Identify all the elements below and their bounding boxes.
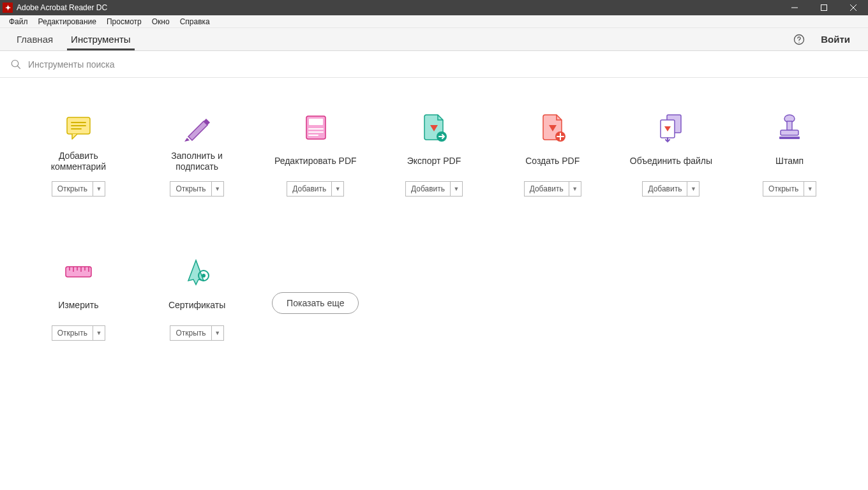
svg-point-2 (799, 41, 800, 42)
svg-rect-0 (821, 5, 827, 11)
menu-file[interactable]: Файл (4, 16, 33, 27)
tool-export-pdf-action[interactable]: Добавить▼ (405, 181, 463, 197)
chevron-down-icon[interactable]: ▼ (451, 182, 462, 196)
signin-button[interactable]: Войти (811, 28, 860, 50)
tool-label: Добавить комментарий (51, 149, 106, 174)
chevron-down-icon[interactable]: ▼ (93, 326, 105, 340)
menu-edit[interactable]: Редактирование (33, 16, 101, 27)
window-maximize-button[interactable] (809, 0, 839, 15)
tool-label: Объединить файлы (630, 149, 712, 174)
tool-certs: Сертификаты Открыть▼ (140, 254, 255, 341)
tool-stamp: Штамп Открыть▼ (732, 110, 847, 197)
menu-help[interactable]: Справка (175, 16, 215, 27)
help-icon (793, 33, 805, 46)
svg-rect-13 (781, 130, 798, 135)
tool-combine: Объединить файлы Добавить▼ (613, 110, 728, 197)
combine-icon (655, 110, 686, 145)
chevron-down-icon[interactable]: ▼ (804, 182, 816, 196)
pen-icon (182, 110, 213, 145)
tool-comment-action[interactable]: Открыть▼ (52, 181, 105, 197)
chevron-down-icon[interactable]: ▼ (212, 182, 223, 196)
window-title: Adobe Acrobat Reader DC (17, 3, 107, 12)
svg-point-17 (202, 274, 206, 278)
tool-certs-action[interactable]: Открыть▼ (170, 325, 223, 341)
chevron-down-icon[interactable]: ▼ (569, 182, 581, 196)
svg-rect-6 (309, 119, 323, 125)
tool-label: Редактировать PDF (274, 149, 357, 174)
tool-stamp-action[interactable]: Открыть▼ (763, 181, 816, 197)
titlebar: ✦ Adobe Acrobat Reader DC (0, 0, 868, 15)
ruler-icon (63, 254, 94, 290)
help-button[interactable] (788, 28, 811, 50)
tool-fill-sign: Заполнить и подписать Открыть▼ (140, 110, 255, 197)
search-input[interactable] (28, 59, 283, 70)
tool-label: Создать PDF (525, 149, 580, 174)
tool-measure: Измерить Открыть▼ (21, 254, 136, 341)
tool-label: Заполнить и подписать (171, 149, 222, 174)
chevron-down-icon[interactable]: ▼ (332, 182, 343, 196)
menubar: Файл Редактирование Просмотр Окно Справк… (0, 15, 868, 28)
menu-window[interactable]: Окно (147, 16, 175, 27)
tabbar: Главная Инструменты Войти (0, 28, 868, 51)
tool-label: Сертификаты (168, 293, 225, 318)
show-more-button[interactable]: Показать еще (272, 292, 359, 314)
svg-point-3 (11, 60, 19, 67)
tools-area: Добавить комментарий Открыть▼ Заполнить … (0, 78, 868, 341)
stamp-icon (774, 110, 805, 145)
tool-measure-action[interactable]: Открыть▼ (52, 325, 105, 341)
chevron-down-icon[interactable]: ▼ (687, 182, 699, 196)
tab-tools[interactable]: Инструменты (62, 28, 140, 50)
tool-edit-pdf-action[interactable]: Добавить▼ (287, 181, 344, 197)
svg-rect-12 (787, 121, 792, 130)
svg-rect-14 (779, 137, 800, 139)
show-more-wrap: Показать еще (256, 254, 375, 341)
search-bar (0, 51, 868, 78)
tool-create-pdf-action[interactable]: Добавить▼ (524, 181, 581, 197)
tool-label: Экспорт PDF (407, 149, 461, 174)
menu-view[interactable]: Просмотр (101, 16, 147, 27)
certificate-icon (182, 254, 213, 290)
tool-comment: Добавить комментарий Открыть▼ (21, 110, 136, 197)
search-icon (10, 59, 22, 70)
chevron-down-icon[interactable]: ▼ (93, 182, 105, 196)
comment-icon (63, 110, 94, 145)
tool-export-pdf: Экспорт PDF Добавить▼ (377, 110, 491, 197)
tools-grid: Добавить комментарий Открыть▼ Заполнить … (19, 110, 849, 341)
app-icon: ✦ (3, 3, 13, 13)
tool-edit-pdf: Редактировать PDF Добавить▼ (258, 110, 373, 197)
chevron-down-icon[interactable]: ▼ (212, 326, 223, 340)
tool-create-pdf: Создать PDF Добавить▼ (495, 110, 610, 197)
export-pdf-icon (419, 110, 449, 145)
window-close-button[interactable] (839, 0, 868, 15)
edit-pdf-icon (300, 110, 331, 145)
tool-label: Штамп (775, 149, 804, 174)
tab-home[interactable]: Главная (8, 28, 62, 50)
tool-fill-sign-action[interactable]: Открыть▼ (170, 181, 223, 197)
window-minimize-button[interactable] (780, 0, 809, 15)
create-pdf-icon (537, 110, 568, 145)
tool-combine-action[interactable]: Добавить▼ (642, 181, 700, 197)
tool-label: Измерить (58, 293, 98, 318)
